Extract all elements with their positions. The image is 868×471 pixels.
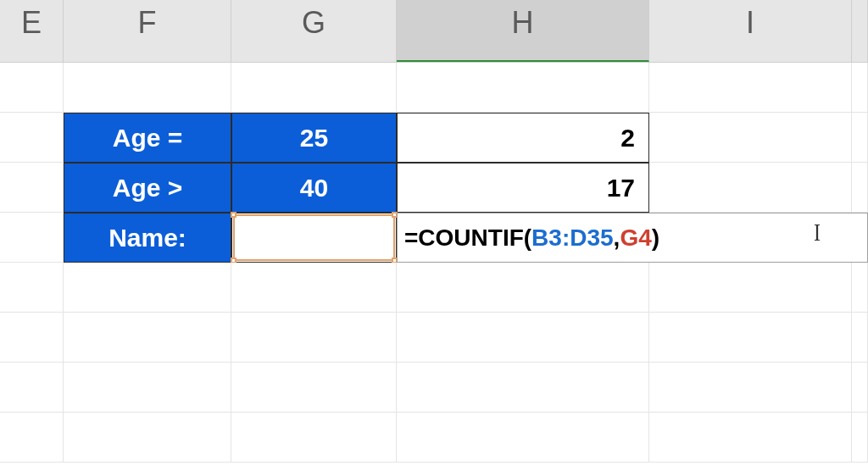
cell-H7[interactable]: [397, 363, 649, 413]
column-header-F[interactable]: F: [64, 0, 231, 62]
cell-F4[interactable]: Name:: [64, 213, 231, 263]
cell-E4[interactable]: [0, 213, 64, 263]
cell-J5[interactable]: [852, 263, 868, 313]
cell-J8[interactable]: [852, 413, 868, 463]
row-4: Name: Oscar =COUNTIF(B3:D35,G4) COUNTIF(…: [0, 213, 868, 263]
cell-E5[interactable]: [0, 263, 64, 313]
cell-G4-value: Oscar: [278, 224, 350, 252]
cell-I3[interactable]: [649, 163, 852, 213]
cell-J7[interactable]: [852, 363, 868, 413]
cell-E7[interactable]: [0, 363, 64, 413]
text-cursor-icon: I: [814, 219, 821, 247]
cell-H3[interactable]: 17: [397, 163, 649, 213]
cell-I6[interactable]: [649, 313, 852, 363]
cell-H4-formula-editor[interactable]: =COUNTIF(B3:D35,G4) COUNTIF(range, crite…: [397, 213, 868, 263]
cell-H1[interactable]: [397, 63, 649, 113]
column-header-H[interactable]: H: [397, 0, 649, 62]
column-header-row: E F G H I: [0, 0, 868, 63]
cell-H2[interactable]: 2: [397, 113, 649, 163]
cell-I8[interactable]: [649, 413, 852, 463]
formula-range-token: B3:D35: [531, 224, 613, 252]
column-header-E[interactable]: E: [0, 0, 64, 62]
row-6: [0, 313, 868, 363]
column-header-G[interactable]: G: [231, 0, 397, 62]
cell-F3[interactable]: Age >: [64, 163, 231, 213]
cell-G6[interactable]: [231, 313, 397, 363]
spreadsheet-grid[interactable]: E F G H I Age = 25 2 Age > 40 17 Name:: [0, 0, 868, 471]
formula-separator: ,: [614, 224, 620, 252]
formula-ref-token: G4: [620, 224, 651, 252]
cell-G8[interactable]: [231, 413, 397, 463]
column-header-J[interactable]: [852, 0, 868, 62]
cell-F8[interactable]: [64, 413, 231, 463]
range-handle-icon[interactable]: [231, 212, 236, 218]
row-1: [0, 63, 868, 113]
row-5: [0, 263, 868, 313]
row-8: [0, 413, 868, 463]
cell-I5[interactable]: [649, 263, 852, 313]
cell-I1[interactable]: [649, 63, 852, 113]
cell-H5[interactable]: [397, 263, 649, 313]
cell-J3[interactable]: [852, 163, 868, 213]
cell-J6[interactable]: [852, 313, 868, 363]
cell-F2[interactable]: Age =: [64, 113, 231, 163]
cell-G4[interactable]: Oscar: [231, 213, 397, 263]
formula-suffix: ): [652, 224, 659, 252]
cell-E6[interactable]: [0, 313, 64, 363]
cell-J1[interactable]: [852, 63, 868, 113]
row-2: Age = 25 2: [0, 113, 868, 163]
cell-F6[interactable]: [64, 313, 231, 363]
cell-E8[interactable]: [0, 413, 64, 463]
cell-H8[interactable]: [397, 413, 649, 463]
cell-I2[interactable]: [649, 113, 852, 163]
cell-H6[interactable]: [397, 313, 649, 363]
cell-G3[interactable]: 40: [231, 163, 397, 213]
cell-E1[interactable]: [0, 63, 64, 113]
row-3: Age > 40 17: [0, 163, 868, 213]
cell-G5[interactable]: [231, 263, 397, 313]
cell-E2[interactable]: [0, 113, 64, 163]
cell-F7[interactable]: [64, 363, 231, 413]
cell-I7[interactable]: [649, 363, 852, 413]
cell-J2[interactable]: [852, 113, 868, 163]
cell-F5[interactable]: [64, 263, 231, 313]
cell-G7[interactable]: [231, 363, 397, 413]
formula-prefix: =COUNTIF(: [404, 224, 531, 252]
cell-G1[interactable]: [231, 63, 397, 113]
column-header-I[interactable]: I: [649, 0, 852, 62]
row-7: [0, 363, 868, 413]
cell-G2[interactable]: 25: [231, 113, 397, 163]
cell-E3[interactable]: [0, 163, 64, 213]
cell-F1[interactable]: [64, 63, 231, 113]
